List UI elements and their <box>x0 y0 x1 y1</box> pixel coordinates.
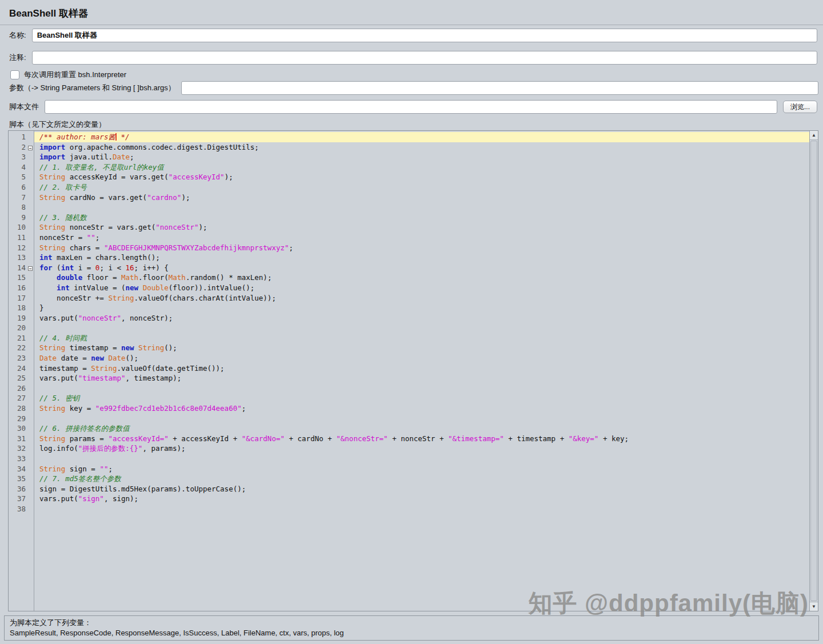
vertical-scrollbar[interactable]: ▲ ▼ <box>809 131 818 611</box>
line-number: 38 <box>9 504 26 514</box>
fold-margin <box>26 202 34 213</box>
line-number: 31 <box>9 434 26 444</box>
code-line[interactable]: 31String params = "accessKeyId=" + acces… <box>9 434 809 444</box>
code-line[interactable]: 21// 4. 时间戳 <box>9 333 809 343</box>
fold-margin <box>26 152 34 162</box>
code-text: // 5. 密钥 <box>34 393 809 403</box>
scroll-down-icon: ▼ <box>812 604 816 609</box>
reset-interpreter-label: 每次调用前重置 bsh.Interpreter <box>24 70 126 80</box>
code-line[interactable]: 12String chars = "ABCDEFGHJKMNPQRSTWXYZa… <box>9 243 809 253</box>
code-line[interactable]: 17 nonceStr += String.valueOf(chars.char… <box>9 293 809 303</box>
code-line[interactable]: 25vars.put("timestamp", timestamp); <box>9 373 809 383</box>
code-line[interactable]: 38 <box>9 504 809 514</box>
scroll-up-button[interactable]: ▲ <box>810 131 818 140</box>
line-number: 17 <box>9 293 26 303</box>
code-line[interactable]: 30// 6. 拼接待签名的参数值 <box>9 423 809 434</box>
fold-margin <box>26 222 34 233</box>
code-text: sign = DigestUtils.md5Hex(params).toUppe… <box>34 484 809 494</box>
code-text: timestamp = String.valueOf(date.getTime(… <box>34 363 809 374</box>
code-text: // 3. 随机数 <box>34 213 809 223</box>
code-text: for (int i = 0; i < 16; i++) { <box>34 263 809 273</box>
fold-margin <box>26 313 34 323</box>
code-line[interactable]: 7String cardNo = vars.get("cardno"); <box>9 193 809 203</box>
code-line[interactable]: 10String nonceStr = vars.get("nonceStr")… <box>9 222 809 233</box>
code-line[interactable]: 6// 2. 取卡号 <box>9 182 809 193</box>
name-input[interactable] <box>32 29 817 42</box>
scrollbar-thumb[interactable] <box>810 141 817 601</box>
code-line[interactable]: 33 <box>9 454 809 464</box>
code-line[interactable]: 22String timestamp = new String(); <box>9 343 809 353</box>
parameters-input[interactable] <box>181 81 818 95</box>
fold-margin <box>26 172 34 182</box>
line-number: 8 <box>9 202 26 213</box>
fold-margin <box>26 414 34 424</box>
parameters-row: 参数（-> String Parameters 和 String [ ]bsh.… <box>9 81 818 95</box>
browse-button[interactable]: 浏览... <box>783 101 817 113</box>
fold-icon[interactable] <box>26 263 34 273</box>
code-text: String timestamp = new String(); <box>34 343 809 353</box>
code-text <box>34 202 809 213</box>
code-line[interactable]: 9// 3. 随机数 <box>9 213 809 223</box>
code-line[interactable]: 32log.info("拼接后的参数:{}", params); <box>9 443 809 454</box>
code-text: // 6. 拼接待签名的参数值 <box>34 423 809 434</box>
line-number: 6 <box>9 182 26 193</box>
code-line[interactable]: 5String accessKeyId = vars.get("accessKe… <box>9 172 809 182</box>
comment-input[interactable] <box>32 51 817 65</box>
code-line[interactable]: 24timestamp = String.valueOf(date.getTim… <box>9 363 809 374</box>
line-number: 14 <box>9 263 26 273</box>
fold-margin <box>26 162 34 173</box>
code-line[interactable]: 23Date date = new Date(); <box>9 353 809 363</box>
fold-icon[interactable] <box>26 142 34 153</box>
parameters-label: 参数（-> String Parameters 和 String [ ]bsh.… <box>9 83 175 93</box>
fold-margin <box>26 393 34 403</box>
code-text: vars.put("nonceStr", nonceStr); <box>34 313 809 323</box>
code-line[interactable]: 18} <box>9 303 809 313</box>
scroll-down-button[interactable]: ▼ <box>810 602 818 611</box>
fold-margin <box>26 383 34 394</box>
code-line[interactable]: 29 <box>9 414 809 424</box>
script-file-input[interactable] <box>45 100 777 114</box>
code-line[interactable]: 26 <box>9 383 809 394</box>
variables-info-panel: 为脚本定义了下列变量： SampleResult, ResponseCode, … <box>4 615 819 641</box>
code-line[interactable]: 27// 5. 密钥 <box>9 393 809 403</box>
code-line[interactable]: 15 double floor = Math.floor(Math.random… <box>9 273 809 283</box>
code-text: // 4. 时间戳 <box>34 333 809 343</box>
code-line[interactable]: 37vars.put("sign", sign); <box>9 494 809 504</box>
code-text <box>34 383 809 394</box>
line-number: 34 <box>9 464 26 474</box>
code-text <box>34 323 809 333</box>
code-line[interactable]: 8 <box>9 202 809 213</box>
code-line[interactable]: 19vars.put("nonceStr", nonceStr); <box>9 313 809 323</box>
code-text: int intValue = (new Double(floor)).intVa… <box>34 283 809 293</box>
code-text: double floor = Math.floor(Math.random() … <box>34 273 809 283</box>
line-number: 27 <box>9 393 26 403</box>
code-line[interactable]: 36sign = DigestUtils.md5Hex(params).toUp… <box>9 484 809 494</box>
panel-header: BeanShell 取样器 <box>0 0 823 25</box>
code-lines: 1/** author: mars酱 */2import org.apache.… <box>9 132 809 514</box>
code-line[interactable]: 13int maxLen = chars.length(); <box>9 253 809 263</box>
code-text: import java.util.Date; <box>34 152 809 162</box>
code-text: String params = "accessKeyId=" + accessK… <box>34 434 809 444</box>
code-line[interactable]: 20 <box>9 323 809 333</box>
code-text: int maxLen = chars.length(); <box>34 253 809 263</box>
code-text <box>34 454 809 464</box>
code-line[interactable]: 35// 7. md5签名整个参数 <box>9 474 809 484</box>
code-text: String chars = "ABCDEFGHJKMNPQRSTWXYZabc… <box>34 243 809 253</box>
fold-margin <box>26 454 34 464</box>
script-editor[interactable]: 1/** author: mars酱 */2import org.apache.… <box>8 130 818 611</box>
code-text: // 1. 取变量名, 不是取url的key值 <box>34 162 809 173</box>
code-line[interactable]: 34String sign = ""; <box>9 464 809 474</box>
line-number: 26 <box>9 383 26 394</box>
code-line[interactable]: 1/** author: mars酱 */ <box>9 132 809 142</box>
code-line[interactable]: 4// 1. 取变量名, 不是取url的key值 <box>9 162 809 173</box>
code-line[interactable]: 11nonceStr = ""; <box>9 233 809 243</box>
code-line[interactable]: 28String key = "e992fdbec7cd1eb2b1c6c8e0… <box>9 403 809 414</box>
reset-interpreter-checkbox[interactable] <box>10 70 19 79</box>
code-line[interactable]: 14for (int i = 0; i < 16; i++) { <box>9 263 809 273</box>
code-line[interactable]: 16 int intValue = (new Double(floor)).in… <box>9 283 809 293</box>
code-line[interactable]: 3import java.util.Date; <box>9 152 809 162</box>
reset-interpreter-row: 每次调用前重置 bsh.Interpreter <box>10 68 126 82</box>
name-label: 名称: <box>9 30 26 41</box>
code-line[interactable]: 2import org.apache.commons.codec.digest.… <box>9 142 809 153</box>
line-number: 7 <box>9 193 26 203</box>
